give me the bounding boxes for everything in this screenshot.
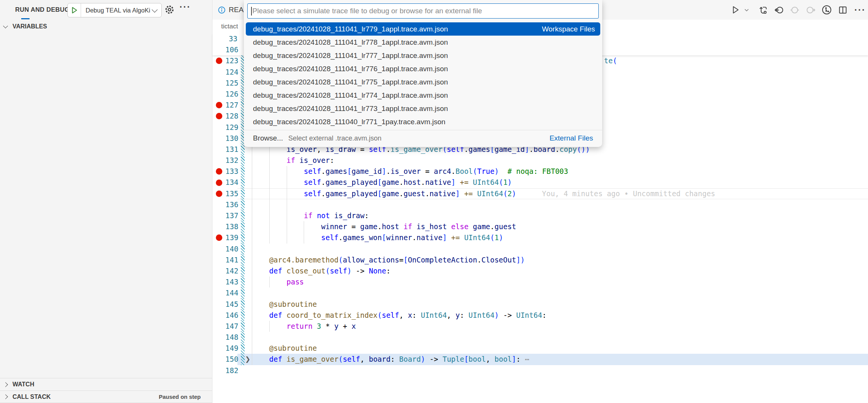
code-line[interactable]: 148	[212, 332, 868, 343]
breakpoint-gutter[interactable]	[212, 343, 225, 354]
breakpoint-gutter[interactable]	[212, 100, 225, 111]
line-number[interactable]: 131	[225, 144, 237, 155]
trace-file-option[interactable]: debug_traces/20241028_111040_lr771_1pay.…	[246, 115, 600, 128]
line-number[interactable]: 140	[225, 244, 237, 255]
code-line[interactable]: 182	[212, 365, 868, 376]
breakpoint-gutter[interactable]	[212, 221, 225, 232]
breakpoint-gutter[interactable]	[212, 232, 225, 243]
line-number[interactable]: 150	[225, 354, 237, 365]
line-number[interactable]: 124	[225, 67, 237, 78]
code-line[interactable]: 137 if not is_draw:	[212, 210, 868, 221]
code-line[interactable]: 136	[212, 199, 868, 210]
compare-changes-icon[interactable]	[758, 5, 768, 15]
editor-tab[interactable]: REA	[212, 0, 247, 20]
breakpoint-gutter[interactable]	[212, 365, 225, 376]
variables-section-header[interactable]: VARIABLES	[0, 20, 212, 33]
code-line[interactable]: 141 @arc4.baremethod(allow_actions=[OnCo…	[212, 255, 868, 266]
breakpoint-gutter[interactable]	[212, 44, 225, 55]
code-line[interactable]: 146 def coord_to_matrix_index(self, x: U…	[212, 310, 868, 321]
breakpoint-icon[interactable]	[216, 234, 222, 241]
line-number[interactable]: 145	[225, 299, 237, 310]
breakpoint-gutter[interactable]	[212, 78, 225, 89]
line-number[interactable]: 134	[225, 177, 237, 188]
breakpoint-gutter[interactable]	[212, 55, 225, 66]
trace-file-option[interactable]: debug_traces/20241028_111041_lr774_1appl…	[246, 89, 600, 102]
code-line[interactable]: 144	[212, 287, 868, 298]
breakpoint-icon[interactable]	[216, 168, 222, 175]
breakpoint-gutter[interactable]	[212, 166, 225, 177]
line-number[interactable]: 137	[225, 210, 237, 221]
start-debugging-button[interactable]	[68, 3, 81, 17]
breakpoint-gutter[interactable]	[212, 144, 225, 155]
breakpoint-gutter[interactable]	[212, 111, 225, 122]
breakpoint-gutter[interactable]	[212, 287, 225, 298]
line-number[interactable]: 128	[225, 111, 237, 122]
run-python-file-icon[interactable]	[731, 5, 740, 15]
split-editor-icon[interactable]	[838, 5, 848, 15]
line-number[interactable]: 148	[225, 332, 237, 343]
line-number[interactable]: 132	[225, 155, 237, 166]
breakpoint-gutter[interactable]	[212, 67, 225, 78]
breakpoint-gutter[interactable]	[212, 276, 225, 287]
breadcrumb-filename[interactable]: tictact	[221, 23, 238, 30]
debug-config-select[interactable]: Debug TEAL via AlgoKi	[81, 3, 153, 17]
code-line[interactable]: 143 pass	[212, 276, 868, 287]
trace-file-option[interactable]: debug_traces/20241028_111041_lr777_1appl…	[246, 49, 600, 62]
line-number[interactable]: 125	[225, 78, 237, 89]
breakpoint-icon[interactable]	[216, 180, 222, 186]
timeline-icon[interactable]	[821, 5, 832, 15]
breakpoint-icon[interactable]	[216, 113, 222, 119]
trace-file-option[interactable]: debug_traces/20241028_111041_lr779_1appl…	[246, 22, 600, 36]
line-number[interactable]: 130	[225, 133, 237, 144]
breakpoint-gutter[interactable]	[212, 122, 225, 133]
call-stack-section-header[interactable]: CALL STACK Paused on step	[0, 391, 212, 403]
code-line[interactable]: 138 winner = game.host if is_host else g…	[212, 221, 868, 232]
line-number[interactable]: 135	[225, 188, 237, 199]
breakpoint-gutter[interactable]	[212, 199, 225, 210]
breakpoint-gutter[interactable]	[212, 89, 225, 100]
code-line[interactable]: 132 if is_over:	[212, 155, 868, 166]
trace-file-option[interactable]: debug_traces/20241028_111041_lr773_1appl…	[246, 102, 600, 115]
breakpoint-gutter[interactable]	[212, 133, 225, 144]
code-line[interactable]: 140	[212, 244, 868, 255]
code-line[interactable]: 149 @subroutine	[212, 343, 868, 354]
line-number[interactable]: 182	[225, 365, 237, 376]
more-actions-icon[interactable]: ···	[854, 5, 866, 15]
breakpoint-gutter[interactable]	[212, 321, 225, 332]
code-line[interactable]: 142 def close_out(self) -> None:	[212, 266, 868, 276]
browse-external-file-option[interactable]: Browse... Select external .trace.avm.jso…	[244, 130, 602, 146]
more-actions-icon[interactable]: ···	[180, 2, 191, 12]
line-number[interactable]: 139	[225, 232, 237, 243]
line-number[interactable]: 126	[225, 89, 237, 100]
line-number[interactable]: 143	[225, 276, 237, 287]
quickpick-input[interactable]: Please select a simulate trace file to d…	[247, 3, 599, 19]
code-line[interactable]: 133 self.games[game_id].is_over = arc4.B…	[212, 166, 868, 177]
code-line[interactable]: 150❯ def is_game_over(self, board: Board…	[212, 354, 868, 365]
line-number[interactable]: 123	[225, 55, 237, 66]
breakpoint-gutter[interactable]	[212, 33, 225, 44]
gear-icon[interactable]	[164, 5, 175, 15]
code-line[interactable]: 139 self.games_won[winner.native] += UIn…	[212, 232, 868, 243]
breakpoint-icon[interactable]	[216, 102, 222, 108]
line-number[interactable]: 129	[225, 122, 237, 133]
breakpoint-gutter[interactable]	[212, 244, 225, 255]
trace-file-option[interactable]: debug_traces/20241028_111041_lr776_1appl…	[246, 62, 600, 75]
watch-section-header[interactable]: WATCH	[0, 378, 212, 391]
line-number[interactable]: 33	[225, 33, 237, 44]
breakpoint-gutter[interactable]	[212, 177, 225, 188]
trace-file-option[interactable]: debug_traces/20241028_111041_lr775_1appl…	[246, 75, 600, 89]
breakpoint-gutter[interactable]	[212, 188, 225, 199]
breakpoint-icon[interactable]	[216, 191, 222, 197]
breakpoint-icon[interactable]	[216, 58, 222, 64]
code-line[interactable]: 145 @subroutine	[212, 299, 868, 310]
step-back-icon[interactable]	[774, 5, 784, 15]
trace-file-option[interactable]: debug_traces/20241028_111041_lr778_1appl…	[246, 36, 600, 49]
breakpoint-gutter[interactable]	[212, 266, 225, 276]
line-number[interactable]: 146	[225, 310, 237, 321]
breakpoint-gutter[interactable]	[212, 155, 225, 166]
breakpoint-gutter[interactable]	[212, 354, 225, 365]
breakpoint-gutter[interactable]	[212, 332, 225, 343]
line-number[interactable]: 106	[225, 44, 237, 55]
line-number[interactable]: 138	[225, 221, 237, 232]
line-number[interactable]: 142	[225, 266, 237, 276]
